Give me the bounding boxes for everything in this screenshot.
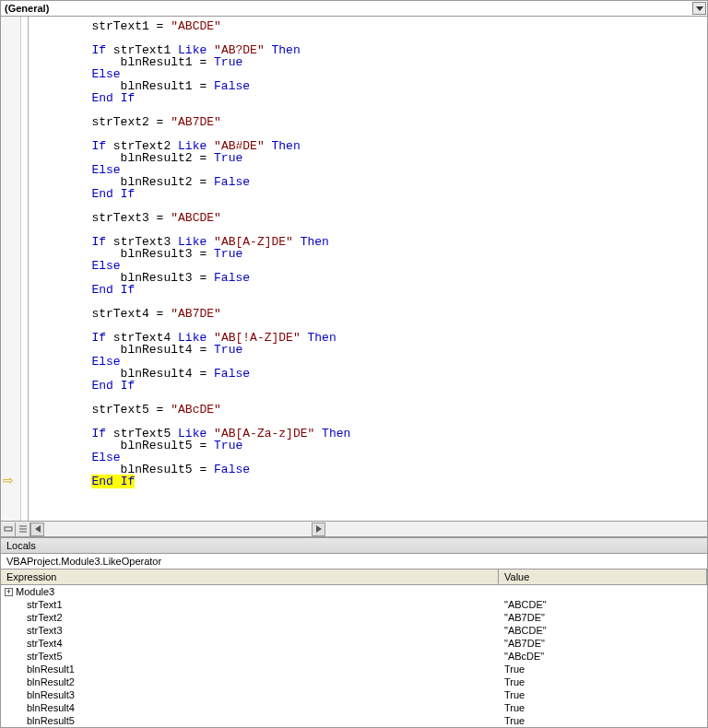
code-body[interactable]: strText1 = "ABCDE" If strText1 Like "AB?… — [29, 17, 707, 521]
locals-var-value: "AB7DE" — [499, 637, 707, 650]
locals-var-value: "ABCDE" — [499, 598, 707, 611]
locals-var-name: strText3 — [27, 624, 63, 637]
code-line[interactable]: strText5 = "ABcDE" — [34, 404, 707, 416]
code-line[interactable]: blnResult4 = True — [34, 344, 707, 356]
hscroll-track[interactable] — [44, 523, 312, 536]
code-line[interactable]: blnResult2 = True — [34, 152, 707, 164]
locals-header-value[interactable]: Value — [499, 569, 707, 584]
locals-var-name: blnResult1 — [27, 663, 75, 675]
locals-var-value: "AB7DE" — [499, 611, 707, 624]
locals-var-row[interactable]: strText4"AB7DE" — [1, 637, 707, 650]
locals-var-row[interactable]: strText3"ABCDE" — [1, 624, 707, 637]
code-line[interactable]: strText2 = "AB7DE" — [34, 116, 707, 128]
code-line[interactable]: strText1 = "ABCDE" — [34, 20, 707, 32]
locals-var-value: True — [499, 675, 707, 688]
locals-var-row[interactable]: blnResult4True — [1, 701, 707, 714]
locals-var-value: True — [499, 663, 707, 675]
hscroll-left-button[interactable] — [30, 523, 44, 536]
code-line[interactable]: blnResult3 = False — [34, 272, 707, 284]
code-line[interactable]: blnResult3 = True — [34, 248, 707, 260]
code-editor[interactable]: ⇨ strText1 = "ABCDE" If strText1 Like "A… — [0, 17, 708, 522]
code-line[interactable]: blnResult2 = False — [34, 176, 707, 188]
locals-var-value: "ABcDE" — [499, 650, 707, 663]
chevron-down-icon — [696, 6, 703, 11]
locals-var-row[interactable]: strText5"ABcDE" — [1, 650, 707, 663]
view-full-module-button[interactable] — [16, 523, 30, 536]
code-line[interactable]: End If — [34, 284, 707, 296]
code-line[interactable]: strText4 = "AB7DE" — [34, 308, 707, 320]
locals-var-name: blnResult5 — [27, 714, 75, 727]
code-line[interactable]: End If — [34, 380, 707, 392]
locals-var-row[interactable]: strText2"AB7DE" — [1, 611, 707, 624]
code-line[interactable]: End If — [34, 476, 707, 487]
locals-header-row: Expression Value — [1, 569, 707, 585]
locals-var-row[interactable]: blnResult3True — [1, 688, 707, 701]
code-line[interactable]: End If — [34, 188, 707, 200]
view-switch-bar — [0, 522, 708, 537]
locals-var-name: strText1 — [27, 598, 63, 611]
object-dropdown[interactable]: (General) — [0, 0, 708, 17]
locals-var-name: blnResult3 — [27, 688, 75, 701]
locals-var-row[interactable]: strText1"ABCDE" — [1, 598, 707, 611]
locals-context: VBAProject.Module3.LikeOperator — [1, 554, 707, 569]
procedure-view-icon — [4, 524, 13, 534]
locals-var-row[interactable]: blnResult2True — [1, 675, 707, 688]
locals-root-name: Module3 — [16, 585, 54, 598]
code-line[interactable]: blnResult5 = True — [34, 440, 707, 452]
locals-var-name: strText5 — [27, 650, 63, 663]
locals-var-name: blnResult4 — [27, 701, 75, 714]
hscroll-right-button[interactable] — [312, 523, 325, 536]
code-line[interactable]: blnResult5 = False — [34, 464, 707, 476]
view-procedure-button[interactable] — [1, 523, 16, 536]
locals-var-name: strText4 — [27, 637, 63, 650]
locals-var-row[interactable]: blnResult1True — [1, 663, 707, 675]
execution-pointer-icon: ⇨ — [3, 475, 14, 487]
locals-root-row[interactable]: +Module3 — [1, 585, 707, 598]
locals-rows: +Module3strText1"ABCDE"strText2"AB7DE"st… — [1, 585, 707, 727]
locals-var-name: strText2 — [27, 611, 63, 624]
code-line[interactable]: blnResult1 = False — [34, 80, 707, 92]
code-line[interactable]: End If — [34, 92, 707, 104]
triangle-left-icon — [35, 525, 41, 533]
code-line[interactable]: blnResult4 = False — [34, 368, 707, 380]
locals-var-value: True — [499, 714, 707, 727]
locals-title: Locals — [1, 538, 707, 554]
locals-header-expression[interactable]: Expression — [1, 569, 499, 584]
locals-var-name: blnResult2 — [27, 675, 75, 688]
locals-var-value: True — [499, 701, 707, 714]
dropdown-arrow-button[interactable] — [692, 2, 706, 15]
code-line[interactable]: strText3 = "ABCDE" — [34, 212, 707, 224]
code-line[interactable]: blnResult1 = True — [34, 56, 707, 68]
locals-var-value: "ABCDE" — [499, 624, 707, 637]
triangle-right-icon — [316, 525, 322, 533]
locals-var-value: True — [499, 688, 707, 701]
code-margin — [21, 17, 29, 521]
locals-var-row[interactable]: blnResult5True — [1, 714, 707, 727]
svg-rect-0 — [5, 527, 12, 531]
locals-panel: Locals VBAProject.Module3.LikeOperator E… — [0, 537, 708, 728]
full-module-view-icon — [18, 524, 28, 534]
code-gutter: ⇨ — [1, 17, 21, 521]
tree-expand-icon[interactable]: + — [5, 588, 13, 596]
object-dropdown-value: (General) — [5, 3, 49, 14]
